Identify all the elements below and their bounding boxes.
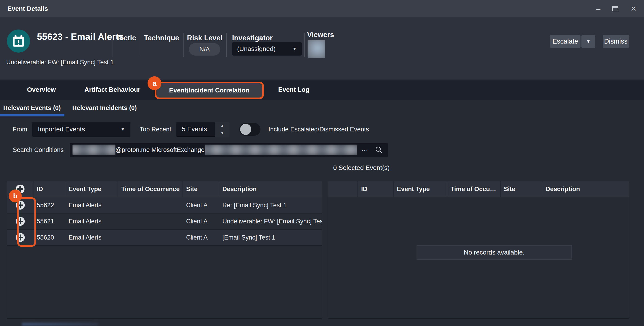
spinner-up-icon[interactable]: ▲ xyxy=(215,122,230,129)
add-event-button[interactable] xyxy=(16,216,25,226)
risk-level-value: N/A xyxy=(189,43,220,56)
cell-time xyxy=(118,213,183,229)
investigator-dropdown[interactable]: (Unassigned) ▼ xyxy=(232,42,302,56)
redacted-text-blur xyxy=(204,145,357,155)
spinner-down-icon[interactable]: ▼ xyxy=(215,129,230,137)
minimize-icon[interactable]: – xyxy=(596,5,600,12)
cell-description: [Email Sync] Test 1 xyxy=(219,230,322,245)
cell-event-type: Email Alerts xyxy=(65,213,118,229)
event-subtitle: Undeliverable: FW: [Email Sync] Test 1 xyxy=(6,59,114,66)
escalate-dropdown-button[interactable]: ▼ xyxy=(582,35,595,48)
annotation-b-badge: b xyxy=(9,189,22,202)
from-dropdown[interactable]: Imported Events ▼ xyxy=(32,122,130,137)
tactic-label: Tactic xyxy=(112,34,140,42)
calendar-alert-glyph xyxy=(12,34,25,48)
header-divider xyxy=(226,33,227,57)
column-header-empty xyxy=(328,181,358,197)
event-calendar-alert-icon xyxy=(7,29,30,53)
cell-time xyxy=(118,197,183,213)
viewer-avatar-blur xyxy=(308,40,325,58)
top-recent-label: Top Recent xyxy=(140,126,171,133)
window-title: Event Details xyxy=(8,5,48,12)
chevron-down-icon: ▼ xyxy=(292,46,297,51)
header-divider xyxy=(304,33,305,57)
title-bar: Event Details – ✕ xyxy=(0,0,644,17)
column-header-id[interactable]: ID xyxy=(34,181,65,197)
top-recent-spinner[interactable]: 5 Events ▲ ▼ xyxy=(176,122,230,137)
column-header-time[interactable]: Time of Occu… xyxy=(447,181,500,197)
top-recent-value: 5 Events xyxy=(176,122,215,137)
column-header-description[interactable]: Description xyxy=(542,181,629,197)
add-event-button[interactable] xyxy=(16,233,25,242)
close-icon[interactable]: ✕ xyxy=(630,5,636,12)
table-row[interactable]: 55621 Email Alerts Client A Undeliverabl… xyxy=(7,213,322,230)
redacted-status-blur xyxy=(22,323,98,326)
redacted-text-blur xyxy=(72,145,116,155)
toggle-knob xyxy=(240,124,251,135)
tab-event-incident-correlation[interactable]: a Event/Incident Correlation xyxy=(155,82,264,99)
include-escalated-toggle[interactable] xyxy=(239,123,260,136)
technique-label: Technique xyxy=(140,34,183,42)
cell-description: Re: [Email Sync] Test 1 xyxy=(219,197,322,213)
filter-controls: From Imported Events ▼ Top Recent 5 Even… xyxy=(0,122,644,137)
investigator-label: Investigator xyxy=(232,34,273,42)
sub-tab-bar: Relevant Events (0) Relevant Incidents (… xyxy=(0,100,644,116)
search-visible-text: @proton.me MicrosoftExchange xyxy=(116,146,204,154)
investigator-value: (Unassigned) xyxy=(237,45,276,53)
tab-label: Event/Incident Correlation xyxy=(169,87,250,94)
table-header-row: ID Event Type Time of Occurrence Site De… xyxy=(7,181,322,197)
cell-site: Client A xyxy=(183,230,219,245)
cell-event-type: Email Alerts xyxy=(65,230,118,245)
column-header-site[interactable]: Site xyxy=(183,181,219,197)
cell-time xyxy=(118,230,183,245)
search-conditions-input[interactable]: @proton.me MicrosoftExchange ⋯ xyxy=(70,143,388,157)
cell-id: 55621 xyxy=(34,213,65,229)
chevron-down-icon: ▼ xyxy=(586,39,591,44)
relevant-events-table: ID Event Type Time of Occurrence Site De… xyxy=(7,181,322,319)
table-row[interactable]: 55622 Email Alerts Client A Re: [Email S… xyxy=(7,197,322,213)
dismiss-button[interactable]: Dismiss xyxy=(603,35,629,48)
ellipsis-button[interactable]: ⋯ xyxy=(361,146,369,154)
tab-event-log[interactable]: Event Log xyxy=(264,80,324,100)
event-title: 55623 - Email Alerts xyxy=(37,32,124,42)
selected-events-table: ID Event Type Time of Occu… Site Descrip… xyxy=(328,181,629,319)
search-conditions-row: Search Conditions @proton.me MicrosoftEx… xyxy=(0,143,644,157)
tab-overview[interactable]: Overview xyxy=(13,80,70,100)
search-icon[interactable] xyxy=(375,146,383,154)
cell-description: Undeliverable: FW: [Email Sync] Tes xyxy=(219,213,322,229)
column-header-time[interactable]: Time of Occurrence xyxy=(118,181,183,197)
selected-events-count: 0 Selected Event(s) xyxy=(333,164,390,171)
event-header: 55623 - Email Alerts Tactic Technique Ri… xyxy=(0,17,644,80)
maximize-icon[interactable] xyxy=(612,6,618,11)
from-value: Imported Events xyxy=(38,126,85,133)
viewer-avatar xyxy=(308,40,325,58)
main-tab-bar: Overview Artifact Behaviour a Event/Inci… xyxy=(0,80,644,100)
annotation-a-badge: a xyxy=(148,76,162,90)
column-header-site[interactable]: Site xyxy=(500,181,542,197)
search-conditions-label: Search Conditions xyxy=(13,146,64,154)
cell-site: Client A xyxy=(183,197,219,213)
no-records-message: No records available. xyxy=(416,245,572,260)
tab-artifact-behaviour[interactable]: Artifact Behaviour xyxy=(70,80,155,100)
cell-id: 55620 xyxy=(34,230,65,245)
table-row[interactable]: 55620 Email Alerts Client A [Email Sync]… xyxy=(7,230,322,246)
column-header-event-type[interactable]: Event Type xyxy=(65,181,118,197)
column-header-event-type[interactable]: Event Type xyxy=(394,181,447,197)
chevron-down-icon: ▼ xyxy=(120,127,125,132)
subtab-relevant-events[interactable]: Relevant Events (0) xyxy=(3,100,61,116)
event-details-window: Event Details – ✕ 55623 - Email Alerts T… xyxy=(0,0,644,326)
window-controls: – ✕ xyxy=(596,5,636,12)
cell-id: 55622 xyxy=(34,197,65,213)
subtab-relevant-incidents[interactable]: Relevant Incidents (0) xyxy=(72,100,137,116)
risk-level-label: Risk Level xyxy=(183,34,226,42)
from-label: From xyxy=(13,126,27,133)
table-header-row: ID Event Type Time of Occu… Site Descrip… xyxy=(328,181,629,197)
column-header-id[interactable]: ID xyxy=(358,181,394,197)
viewers-label: Viewers xyxy=(307,31,334,39)
cell-event-type: Email Alerts xyxy=(65,197,118,213)
spinner-buttons: ▲ ▼ xyxy=(215,122,230,137)
escalate-button[interactable]: Escalate xyxy=(550,35,580,48)
include-escalated-label: Include Escalated/Dismissed Events xyxy=(268,126,369,133)
column-header-description[interactable]: Description xyxy=(219,181,322,197)
cell-site: Client A xyxy=(183,213,219,229)
